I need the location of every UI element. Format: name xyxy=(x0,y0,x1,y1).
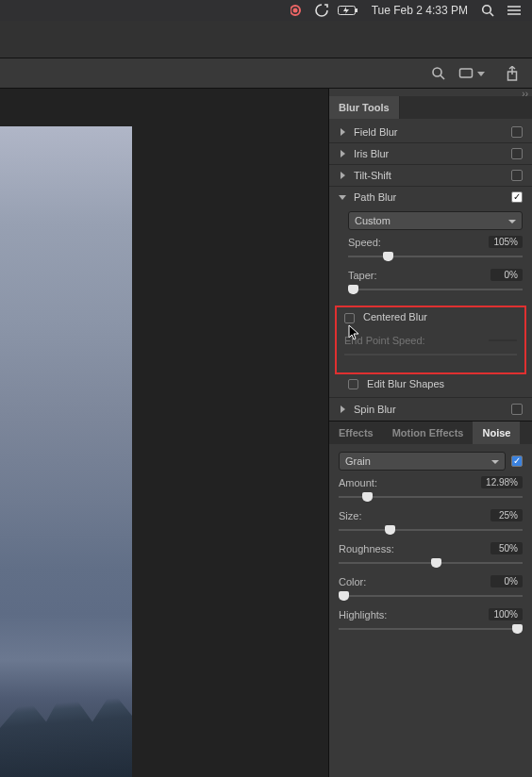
tab-effects[interactable]: Effects xyxy=(329,422,383,444)
svg-line-10 xyxy=(441,75,444,79)
size-value[interactable]: 25% xyxy=(490,509,523,521)
path-blur-mode-dropdown[interactable]: Custom xyxy=(348,211,523,230)
highlights-label: Highlights: xyxy=(339,609,387,620)
endpoint-speed-slider xyxy=(344,348,517,361)
blur-item-tilt-shift[interactable]: Tilt-Shift xyxy=(329,164,532,186)
chevron-right-icon xyxy=(339,405,348,414)
toggle-tilt-shift[interactable] xyxy=(511,170,523,181)
edit-blur-shapes-checkbox[interactable] xyxy=(348,379,358,389)
taper-value[interactable]: 0% xyxy=(490,269,523,281)
svg-line-5 xyxy=(490,13,494,17)
svg-point-4 xyxy=(483,6,491,14)
speed-label: Speed: xyxy=(348,237,381,248)
noise-mode-dropdown[interactable]: Grain xyxy=(339,452,506,471)
spotlight-icon[interactable] xyxy=(481,4,494,17)
tab-noise[interactable]: Noise xyxy=(473,422,520,444)
system-menubar: Tue Feb 2 4:33 PM xyxy=(0,0,532,21)
properties-sidebar: ›› Blur Tools Field Blur Iris Blur Tilt-… xyxy=(328,89,532,777)
blur-item-path[interactable]: Path Blur xyxy=(329,186,532,207)
svg-rect-3 xyxy=(356,8,357,12)
dropdown-value: Custom xyxy=(355,215,391,226)
screen-icon xyxy=(458,67,474,80)
image-preview xyxy=(0,126,132,777)
svg-point-1 xyxy=(292,8,297,13)
toggle-noise[interactable] xyxy=(511,455,523,467)
instruction-highlight: Centered Blur End Point Speed: xyxy=(335,306,526,374)
toggle-field-blur[interactable] xyxy=(511,126,523,138)
blur-item-label: Tilt-Shift xyxy=(354,170,391,181)
size-label: Size: xyxy=(339,510,361,521)
roughness-label: Roughness: xyxy=(339,543,394,554)
color-value[interactable]: 0% xyxy=(490,575,523,587)
menubar-datetime[interactable]: Tue Feb 2 4:33 PM xyxy=(372,4,468,17)
chevron-right-icon xyxy=(339,149,348,158)
amount-slider[interactable] xyxy=(339,490,523,504)
blur-item-iris[interactable]: Iris Blur xyxy=(329,142,532,164)
share-icon[interactable] xyxy=(506,66,519,81)
size-slider[interactable] xyxy=(339,523,523,537)
blur-item-field[interactable]: Field Blur xyxy=(329,119,532,142)
amount-value[interactable]: 12.98% xyxy=(481,476,523,488)
taper-label: Taper: xyxy=(348,270,377,281)
color-label: Color: xyxy=(339,576,366,587)
app-toolbar xyxy=(0,58,532,89)
color-slider[interactable] xyxy=(339,589,523,603)
blur-item-label: Spin Blur xyxy=(354,404,396,415)
toggle-iris-blur[interactable] xyxy=(511,148,523,159)
endpoint-speed-value xyxy=(489,339,517,341)
edit-blur-shapes-label: Edit Blur Shapes xyxy=(367,378,444,389)
highlights-value[interactable]: 100% xyxy=(489,608,523,620)
chevron-down-icon xyxy=(339,192,348,202)
blur-item-label: Path Blur xyxy=(354,191,396,203)
app-titlebar xyxy=(0,21,532,58)
speed-slider[interactable] xyxy=(348,250,523,263)
battery-icon xyxy=(338,5,358,16)
roughness-slider[interactable] xyxy=(339,556,523,570)
speed-value[interactable]: 105% xyxy=(489,236,523,248)
tab-motion-effects[interactable]: Motion Effects xyxy=(383,422,474,444)
tab-blur-tools[interactable]: Blur Tools xyxy=(329,96,400,119)
blur-item-spin[interactable]: Spin Blur xyxy=(329,397,532,422)
centered-blur-checkbox[interactable] xyxy=(344,313,355,323)
blur-item-label: Field Blur xyxy=(354,126,397,138)
record-icon xyxy=(291,4,306,17)
chevron-down-icon xyxy=(477,69,487,78)
toggle-spin-blur[interactable] xyxy=(511,404,523,415)
svg-rect-11 xyxy=(460,69,473,77)
svg-point-9 xyxy=(433,68,441,76)
dropdown-value: Grain xyxy=(345,455,371,467)
blur-item-label: Iris Blur xyxy=(354,148,389,159)
chevron-right-icon xyxy=(339,171,348,180)
amount-label: Amount: xyxy=(339,477,377,488)
centered-blur-label: Centered Blur xyxy=(363,311,427,322)
highlights-slider[interactable] xyxy=(339,622,523,636)
search-icon[interactable] xyxy=(431,66,445,80)
document-canvas[interactable] xyxy=(0,89,328,777)
notification-center-icon[interactable] xyxy=(507,5,521,16)
workspace-switcher[interactable] xyxy=(458,67,492,80)
taper-slider[interactable] xyxy=(348,283,523,296)
toggle-path-blur[interactable] xyxy=(511,191,523,203)
endpoint-speed-label: End Point Speed: xyxy=(344,335,425,346)
roughness-value[interactable]: 50% xyxy=(490,542,523,554)
chevron-right-icon xyxy=(339,127,348,137)
collapse-handle[interactable]: ›› xyxy=(329,89,532,96)
sync-icon xyxy=(315,4,328,17)
status-icons xyxy=(291,4,358,17)
